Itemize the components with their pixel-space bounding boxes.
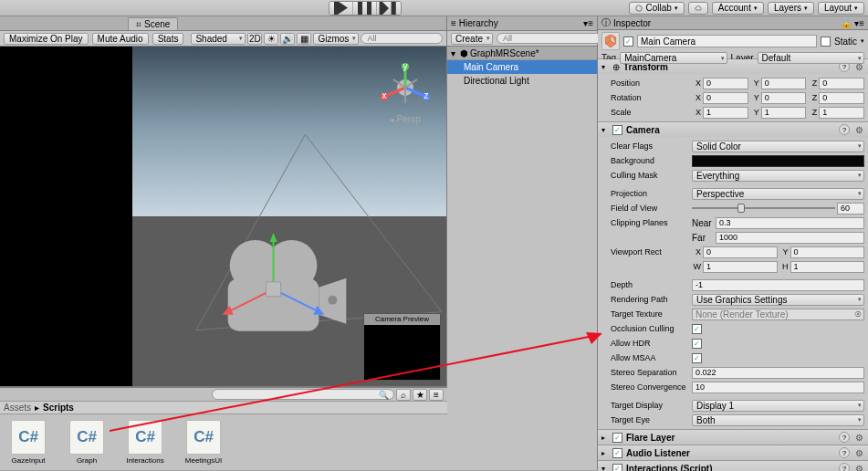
scene-options-bar: Maximize On Play Mute Audio Stats Shaded… — [0, 31, 446, 47]
gameobject-icon[interactable] — [601, 32, 620, 50]
cloud-button[interactable] — [688, 2, 708, 15]
camera-component-header[interactable]: ▾✓ Camera ? ⚙ — [598, 122, 868, 137]
gameobject-name-field[interactable]: Main Camera — [637, 35, 817, 47]
active-checkbox[interactable]: ✓ — [623, 37, 633, 47]
viewport-x-field[interactable]: 0 — [703, 246, 778, 258]
svg-point-9 — [328, 296, 337, 305]
scale-y-field[interactable]: 1 — [761, 107, 807, 119]
audio-listener-component-header[interactable]: ▸✓Audio Listener?⚙ — [598, 445, 868, 460]
mode-2d-toggle[interactable]: 2D — [247, 33, 262, 45]
scene-viewport[interactable]: y z x ◂ Persp Camera Preview — [132, 47, 446, 386]
far-clip-field[interactable]: 1000 — [716, 232, 864, 244]
hierarchy-item-main-camera[interactable]: Main Camera — [447, 60, 597, 74]
lighting-toggle-icon[interactable]: ☀ — [264, 33, 278, 45]
gear-icon[interactable]: ⚙ — [853, 124, 864, 135]
allow-msaa-checkbox[interactable]: ✓ — [692, 353, 702, 363]
depth-field[interactable]: -1 — [692, 279, 864, 291]
account-dropdown[interactable]: Account▾ — [712, 2, 764, 15]
stereo-sep-field[interactable]: 0.022 — [692, 367, 864, 379]
lock-icon[interactable]: 🔒 — [841, 18, 852, 28]
hierarchy-scene-row[interactable]: ▾⬢GraphMRScene* — [447, 47, 597, 60]
maximize-on-play-toggle[interactable]: Maximize On Play — [4, 33, 89, 45]
static-dropdown-icon[interactable]: ▾ — [861, 37, 864, 45]
inspector-tab[interactable]: Inspector — [613, 18, 651, 28]
project-search-input[interactable] — [212, 389, 394, 400]
fov-field[interactable]: 60 — [837, 203, 864, 215]
stereo-conv-field[interactable]: 10 — [692, 382, 864, 393]
rotation-z-field[interactable]: 0 — [819, 92, 864, 104]
rendering-path-dropdown[interactable]: Use Graphics Settings — [692, 294, 864, 306]
clear-flags-dropdown[interactable]: Solid Color — [692, 141, 864, 152]
position-y-field[interactable]: 0 — [761, 78, 807, 89]
interactions-script-component-header[interactable]: ▾✓Interactions (Script)?⚙ — [598, 461, 868, 471]
gear-icon[interactable]: ⚙ — [853, 432, 864, 443]
collab-dropdown[interactable]: Collab▾ — [629, 2, 684, 15]
hierarchy-create-dropdown[interactable]: Create — [451, 33, 493, 45]
gear-icon[interactable]: ⚙ — [853, 463, 864, 471]
fov-slider[interactable] — [692, 203, 835, 215]
background-color-field[interactable] — [692, 155, 864, 167]
asset-interactions[interactable]: C#Interactions — [124, 420, 166, 465]
help-icon[interactable]: ? — [839, 463, 850, 471]
layer-dropdown[interactable]: Default — [758, 52, 864, 64]
projection-dropdown[interactable]: Perspective — [692, 188, 864, 200]
game-preview-panel — [0, 47, 132, 386]
scene-tab[interactable]: ⌗Scene — [128, 17, 178, 30]
allow-hdr-checkbox[interactable]: ✓ — [692, 339, 702, 349]
hierarchy-search-input[interactable] — [497, 33, 601, 44]
hamburger-icon[interactable]: ≡ — [429, 389, 444, 401]
hierarchy-tab[interactable]: Hierarchy — [459, 18, 498, 28]
hierarchy-item-directional-light[interactable]: Directional Light — [447, 74, 597, 88]
filter-icon[interactable]: ⌕ — [396, 389, 411, 401]
gizmos-dropdown[interactable]: Gizmos — [313, 33, 359, 45]
flare-layer-component-header[interactable]: ▸✓Flare Layer?⚙ — [598, 430, 868, 445]
help-icon[interactable]: ? — [839, 432, 850, 443]
play-button[interactable] — [329, 2, 353, 15]
audio-enabled-checkbox[interactable]: ✓ — [612, 448, 622, 458]
scene-search-input[interactable] — [361, 33, 443, 44]
svg-rect-1 — [367, 1, 371, 16]
viewport-y-field[interactable]: 0 — [790, 246, 865, 258]
target-eye-dropdown[interactable]: Both — [692, 414, 864, 426]
asset-graph[interactable]: C#Graph — [66, 420, 108, 465]
scale-x-field[interactable]: 1 — [703, 107, 748, 119]
pause-button[interactable] — [353, 2, 377, 15]
mute-audio-toggle[interactable]: Mute Audio — [92, 33, 149, 45]
position-x-field[interactable]: 0 — [703, 78, 748, 89]
rotation-y-field[interactable]: 0 — [761, 92, 807, 104]
static-checkbox[interactable]: ✓ — [821, 37, 831, 47]
position-z-field[interactable]: 0 — [819, 78, 864, 89]
help-icon[interactable]: ? — [839, 447, 850, 458]
culling-mask-dropdown[interactable]: Everything — [692, 170, 864, 182]
asset-meetingsui[interactable]: C#MeetingsUI — [183, 420, 225, 465]
tag-dropdown[interactable]: MainCamera — [620, 52, 727, 64]
help-icon[interactable]: ? — [839, 124, 850, 135]
flare-enabled-checkbox[interactable]: ✓ — [612, 433, 622, 443]
occlusion-culling-checkbox[interactable]: ✓ — [692, 324, 702, 334]
project-breadcrumb[interactable]: Assets ▸ Scripts — [0, 402, 447, 414]
panel-menu-icon[interactable]: ▾≡ — [583, 18, 593, 28]
playback-controls — [329, 1, 402, 16]
scale-z-field[interactable]: 1 — [819, 107, 864, 119]
target-display-dropdown[interactable]: Display 1 — [692, 400, 864, 412]
panel-menu-icon[interactable]: ▾≡ — [854, 18, 864, 28]
audio-toggle-icon[interactable]: 🔊 — [280, 33, 295, 45]
favorite-icon[interactable]: ★ — [413, 389, 427, 401]
layout-dropdown[interactable]: Layout▾ — [818, 2, 864, 15]
camera-enabled-checkbox[interactable]: ✓ — [612, 125, 622, 135]
step-button[interactable] — [377, 2, 401, 15]
gear-icon[interactable]: ⚙ — [853, 447, 864, 458]
effects-toggle-icon[interactable]: ▦ — [297, 33, 311, 45]
shading-mode-dropdown[interactable]: Shaded — [191, 33, 246, 45]
orientation-gizmo[interactable]: y z x ◂ Persp — [381, 63, 430, 125]
stats-toggle[interactable]: Stats — [152, 33, 184, 45]
interactions-enabled-checkbox[interactable]: ✓ — [612, 464, 622, 472]
target-texture-field[interactable]: None (Render Texture) — [692, 309, 864, 320]
asset-gazeinput[interactable]: C#GazeInput — [7, 420, 49, 465]
rotation-x-field[interactable]: 0 — [703, 92, 748, 104]
near-clip-field[interactable]: 0.3 — [716, 217, 864, 229]
viewport-w-field[interactable]: 1 — [703, 261, 778, 273]
viewport-h-field[interactable]: 1 — [790, 261, 865, 273]
layers-dropdown[interactable]: Layers▾ — [768, 2, 814, 15]
projection-label[interactable]: ◂ Persp — [390, 114, 421, 124]
